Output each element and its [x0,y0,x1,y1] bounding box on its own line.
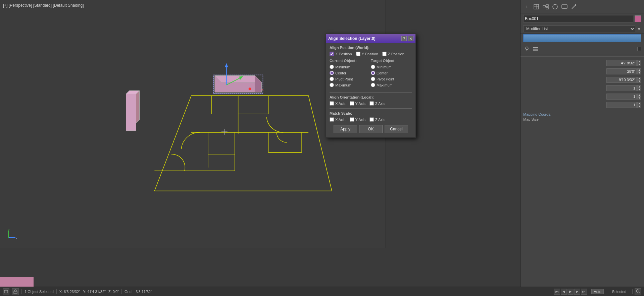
orient-z-item: Z Axis [369,101,385,106]
apply-button[interactable]: Apply [334,125,357,133]
spin-down-4[interactable]: ▼ [637,88,641,91]
modifier-dropdown[interactable]: Modifier List [523,25,635,32]
current-center-item: Center [330,71,371,75]
prop-input-5[interactable] [606,94,637,100]
cancel-button[interactable]: Cancel [385,125,408,133]
selected-label[interactable]: Selected [606,289,633,294]
scale-checkboxes: X Axis Y Axis Z Axis [330,117,412,122]
spin-down-5[interactable]: ▼ [637,97,641,100]
modifier-dropdown-arrow[interactable]: ▼ [637,26,641,32]
scale-z-checkbox[interactable] [369,117,374,122]
align-dialog-titlebar: Align Selection (Layer:0) ? ✕ [326,34,415,43]
spin-down-1[interactable]: ▼ [637,63,641,66]
spin-btns-6: ▲ ▼ [637,102,641,108]
prop-input-6[interactable] [606,102,637,108]
prop-input-3[interactable] [606,77,637,83]
svg-text:x: x [261,87,263,92]
target-center-radio[interactable] [371,71,375,75]
y-position-checkbox[interactable] [356,52,360,56]
spin-btns-5: ▲ ▼ [637,94,641,100]
target-minimum-radio[interactable] [371,65,375,69]
orient-x-checkbox[interactable] [330,101,334,106]
spin-up-5[interactable]: ▲ [637,94,641,97]
status-sep-4 [589,289,589,294]
status-lock-icon[interactable] [12,288,19,295]
axis-indicator: x y [7,228,20,241]
orient-y-checkbox[interactable] [350,101,354,106]
spin-up-3[interactable]: ▲ [637,77,641,80]
search-icon-btn[interactable] [635,288,641,295]
scale-y-checkbox[interactable] [350,117,354,122]
svg-rect-17 [213,75,263,94]
skip-to-end-btn[interactable]: ⏭ [581,289,587,295]
hierarchy-icon[interactable] [542,3,549,10]
collapse-icon[interactable] [637,47,641,51]
spin-down-6[interactable]: ▼ [637,105,641,108]
object-name-row [521,13,644,24]
x-coord-text: X: 6'3 23/32" [59,290,80,294]
add-icon[interactable]: + [523,3,531,10]
current-center-radio[interactable] [330,71,334,75]
svg-rect-48 [533,47,538,48]
skip-to-start-btn[interactable]: ⏮ [554,289,560,295]
spin-down-3[interactable]: ▼ [637,80,641,83]
status-sep-1 [21,289,22,294]
svg-text:y: y [8,228,9,231]
prop-input-4[interactable] [606,85,637,91]
spin-down-2[interactable]: ▼ [637,71,641,74]
object-name-input[interactable] [523,15,633,22]
current-minimum-radio[interactable] [330,65,334,69]
current-maximum-radio[interactable] [330,83,334,87]
align-help-btn[interactable]: ? [401,36,407,41]
motion-icon[interactable] [551,3,559,10]
spin-up-6[interactable]: ▲ [637,102,641,105]
scale-x-item: X Axis [330,117,346,122]
scale-y-label: Y Axis [355,118,365,122]
svg-marker-25 [126,91,140,94]
spin-up-1[interactable]: ▲ [637,60,641,63]
modifier-active-bar[interactable] [523,34,641,42]
properties-area: ▲ ▼ ▲ ▼ ▲ ▼ [521,58,644,111]
svg-marker-21 [239,76,243,80]
configure-modifier-icon[interactable] [532,45,539,53]
prop-input-2[interactable] [606,68,637,74]
scale-x-checkbox[interactable] [330,117,334,122]
align-dialog-body: Align Position (World): X Position Y Pos… [326,43,415,137]
auto-key-btn[interactable]: Auto [591,289,604,294]
orient-z-checkbox[interactable] [369,101,374,106]
playback-controls: ⏮ ◀ ▶ ▶ ⏭ [554,289,587,295]
pin-icon[interactable] [523,45,531,53]
scale-y-item: Y Axis [350,117,365,122]
current-minimum-label: Minimum [335,65,350,69]
edit-mesh-icon[interactable] [533,3,540,10]
mapping-coords-link[interactable]: Mapping Coords. [521,111,644,117]
grid-text: Grid = 3'3 11/32" [125,290,152,294]
current-pivot-radio[interactable] [330,77,334,81]
target-maximum-radio[interactable] [371,83,375,87]
orient-y-label: Y Axis [355,102,365,106]
status-icon-1[interactable] [3,288,9,295]
spin-up-4[interactable]: ▲ [637,85,641,88]
x-position-checkbox[interactable] [330,52,334,56]
target-center-label: Center [377,71,388,75]
spin-up-2[interactable]: ▲ [637,68,641,71]
next-frame-btn[interactable]: ▶ [574,289,580,295]
prop-input-1[interactable] [606,60,637,66]
prev-frame-btn[interactable]: ◀ [561,289,567,295]
align-position-label: Align Position (World): [330,46,412,50]
utilities-icon[interactable] [570,3,578,10]
align-close-btn[interactable]: ✕ [408,36,413,41]
orient-y-item: Y Axis [350,101,365,106]
prop-row-6: ▲ ▼ [523,101,641,109]
play-btn[interactable]: ▶ [567,289,574,295]
ok-button[interactable]: OK [359,125,383,133]
svg-rect-42 [562,5,567,8]
object-color-swatch[interactable] [635,15,641,22]
svg-rect-50 [533,50,538,51]
svg-rect-51 [4,290,8,293]
y-position-checkbox-item: Y Position [356,52,378,56]
display-icon[interactable] [561,3,568,10]
map-size-label: Map Size [521,117,644,122]
z-position-checkbox[interactable] [382,52,387,56]
target-pivot-radio[interactable] [371,77,375,81]
